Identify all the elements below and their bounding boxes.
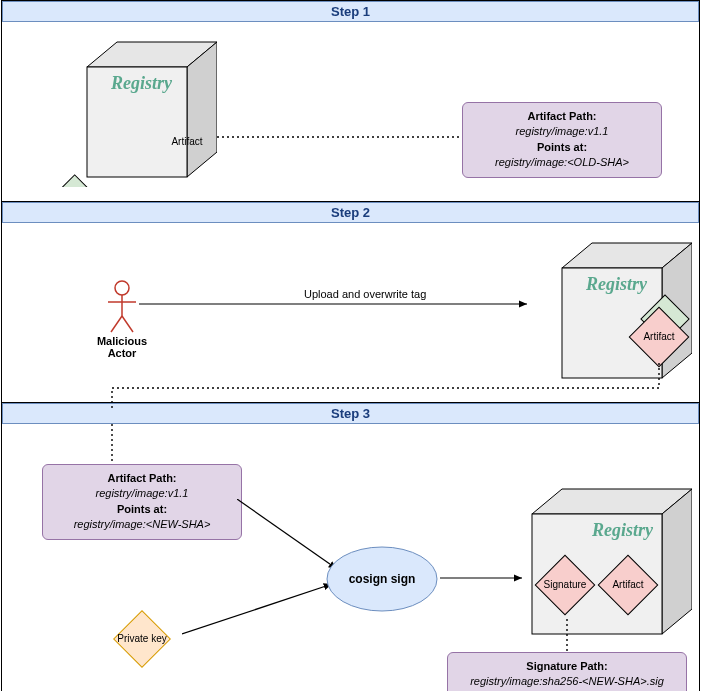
signature-path-box: Signature Path: registry/image:sha256-<N…	[447, 652, 687, 691]
infobox-title: Artifact Path:	[473, 109, 651, 124]
step3-body: Artifact Path: registry/image:v1.1 Point…	[2, 424, 699, 691]
step2-header: Step 2	[2, 202, 699, 223]
artifact-path-box-step1: Artifact Path: registry/image:v1.1 Point…	[462, 102, 662, 178]
dotted-connector-step1	[217, 132, 467, 142]
svg-point-5	[115, 281, 129, 295]
infobox-title: Artifact Path:	[53, 471, 231, 486]
artifact-label-step3: Artifact	[612, 579, 643, 590]
upload-edge-label: Upload and overwrite tag	[302, 288, 428, 300]
svg-marker-23	[662, 489, 692, 634]
signature-label: Signature	[544, 579, 587, 590]
registry-label-step2: Registry	[585, 274, 648, 294]
artifact-label-step2: Artifact	[643, 331, 674, 342]
step1-header: Step 1	[2, 1, 699, 22]
infobox-value: registry/image:v1.1	[53, 486, 231, 501]
dotted-continue	[107, 424, 117, 464]
infobox-value: registry/image:v1.1	[473, 124, 651, 139]
step2-body: Malicious Actor Upload and overwrite tag…	[2, 223, 699, 403]
svg-line-19	[182, 584, 332, 634]
private-key-diamond: Private key	[102, 599, 182, 679]
infobox-value: registry/image:sha256-<NEW-SHA>.sig	[458, 674, 676, 689]
registry-label-step1: Registry	[110, 73, 173, 93]
artifact-label-step1: Artifact	[171, 136, 202, 147]
infobox-title: Signature Path:	[458, 659, 676, 674]
diagram-container: Step 1 Registry Artifact Artifact Path:	[1, 0, 700, 691]
private-key-label: Private key	[117, 633, 166, 644]
svg-line-8	[111, 316, 122, 332]
registry-cube-step3: Registry Signature Artifact	[502, 484, 692, 644]
dotted-path-step2	[107, 363, 667, 408]
cosign-label: cosign sign	[349, 572, 416, 586]
artifact-path-box-step3: Artifact Path: registry/image:v1.1 Point…	[42, 464, 242, 540]
infobox-value2: registry/image:<OLD-SHA>	[473, 155, 651, 170]
registry-cube-step1: Registry Artifact	[57, 37, 217, 187]
svg-line-9	[122, 316, 133, 332]
malicious-actor: Malicious Actor	[87, 278, 157, 359]
dotted-to-sigpath	[562, 619, 572, 654]
upload-arrow	[139, 298, 534, 312]
infobox-title2: Points at:	[53, 502, 231, 517]
step1-body: Registry Artifact Artifact Path: registr…	[2, 22, 699, 202]
registry-label-step3: Registry	[591, 520, 654, 540]
arrow-to-cosign-2	[182, 574, 342, 654]
infobox-value2: registry/image:<NEW-SHA>	[53, 517, 231, 532]
infobox-title2: Points at:	[473, 140, 651, 155]
cosign-ellipse: cosign sign	[322, 544, 442, 614]
actor-label: Malicious Actor	[87, 335, 157, 359]
